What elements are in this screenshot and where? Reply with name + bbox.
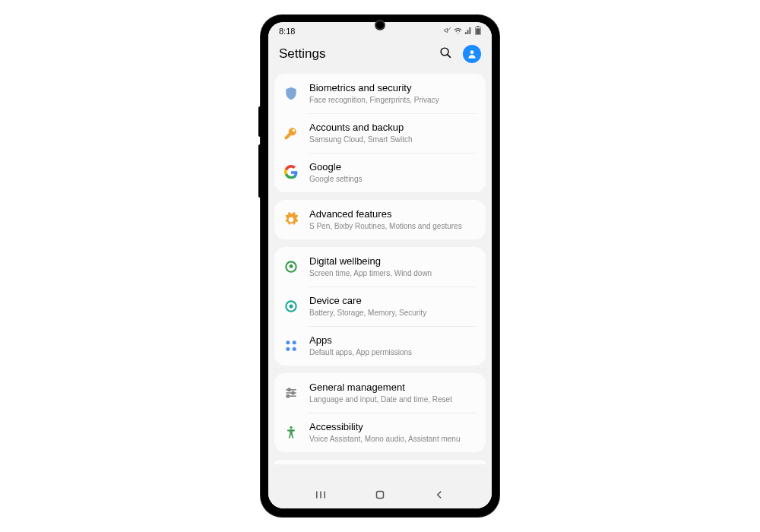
settings-item-wellbeing[interactable]: Digital wellbeing Screen time, App timer… [274, 247, 486, 287]
back-button[interactable] [424, 488, 454, 502]
item-title: Apps [309, 334, 477, 347]
page-title: Settings [279, 46, 325, 62]
phone-frame: 8:18 Settings [261, 15, 499, 517]
item-title: General management [309, 382, 477, 394]
item-title: Device care [309, 295, 477, 308]
item-title: Biometrics and security [309, 82, 477, 95]
key-icon [283, 125, 299, 141]
recents-button[interactable] [306, 488, 336, 502]
svg-rect-3 [476, 28, 480, 34]
nav-bar [268, 481, 492, 508]
status-time: 8:18 [279, 27, 295, 36]
svg-line-5 [448, 54, 451, 57]
svg-point-15 [288, 388, 290, 391]
wifi-icon [454, 27, 462, 36]
battery-icon [475, 26, 481, 36]
svg-point-9 [290, 305, 293, 309]
svg-rect-2 [477, 26, 480, 27]
settings-group-partial [274, 460, 486, 464]
svg-point-20 [290, 426, 292, 429]
item-subtitle: Language and input, Date and time, Reset [309, 394, 477, 404]
settings-item-devicecare[interactable]: Device care Battery, Storage, Memory, Se… [274, 287, 486, 326]
apps-icon [283, 338, 299, 353]
front-camera [375, 20, 385, 30]
devicecare-icon [283, 299, 299, 314]
settings-item-biometrics[interactable]: Biometrics and security Face recognition… [274, 74, 486, 113]
item-subtitle: Battery, Storage, Memory, Security [309, 308, 477, 318]
settings-item-apps[interactable]: Apps Default apps, App permissions [274, 326, 486, 366]
svg-point-10 [286, 340, 290, 344]
wellbeing-icon [283, 259, 299, 274]
svg-point-17 [292, 391, 294, 394]
svg-point-12 [286, 347, 290, 351]
signal-icon [464, 27, 473, 36]
svg-point-4 [441, 48, 448, 55]
screen: 8:18 Settings [268, 22, 492, 508]
gear-icon [283, 212, 299, 227]
settings-group: General management Language and input, D… [274, 373, 486, 452]
status-indicators [444, 26, 481, 36]
svg-point-11 [293, 340, 296, 344]
shield-icon [283, 86, 299, 101]
settings-group: Advanced features S Pen, Bixby Routines,… [274, 200, 486, 239]
account-button[interactable] [463, 45, 481, 63]
settings-item-google[interactable]: Google Google settings [274, 153, 486, 192]
svg-point-13 [293, 347, 296, 351]
item-subtitle: Google settings [309, 174, 477, 184]
header-actions [439, 45, 481, 63]
header: Settings [268, 40, 492, 74]
item-title: Advanced features [309, 208, 477, 221]
settings-item-general[interactable]: General management Language and input, D… [274, 373, 486, 413]
settings-group: Biometrics and security Face recognition… [274, 74, 486, 192]
item-subtitle: S Pen, Bixby Routines, Motions and gestu… [309, 221, 477, 231]
search-button[interactable] [439, 46, 452, 62]
item-subtitle: Screen time, App timers, Wind down [309, 268, 477, 278]
item-subtitle: Voice Assistant, Mono audio, Assistant m… [309, 434, 477, 444]
svg-point-6 [470, 50, 474, 54]
settings-item-advanced[interactable]: Advanced features S Pen, Bixby Routines,… [274, 200, 486, 239]
svg-line-0 [448, 27, 451, 31]
item-subtitle: Default apps, App permissions [309, 347, 477, 357]
svg-point-19 [287, 395, 289, 397]
item-title: Accessibility [309, 421, 477, 434]
item-subtitle: Face recognition, Fingerprints, Privacy [309, 95, 477, 105]
accessibility-icon [283, 425, 299, 440]
mute-icon [444, 27, 451, 36]
settings-content[interactable]: Biometrics and security Face recognition… [268, 74, 492, 481]
item-title: Google [309, 161, 477, 174]
settings-group: Digital wellbeing Screen time, App timer… [274, 247, 486, 366]
item-title: Accounts and backup [309, 122, 477, 135]
settings-item-accessibility[interactable]: Accessibility Voice Assistant, Mono audi… [274, 413, 486, 452]
item-title: Digital wellbeing [309, 255, 477, 268]
home-button[interactable] [365, 488, 395, 502]
google-icon [283, 165, 299, 180]
svg-rect-24 [377, 492, 384, 499]
item-subtitle: Samsung Cloud, Smart Switch [309, 135, 477, 144]
settings-item-accounts[interactable]: Accounts and backup Samsung Cloud, Smart… [274, 113, 486, 153]
sliders-icon [283, 385, 299, 401]
